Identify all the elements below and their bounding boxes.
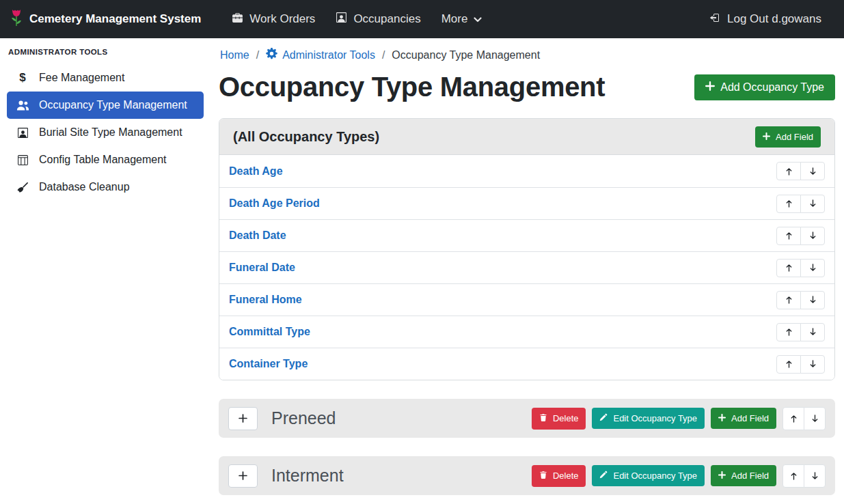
edit-occupancy-type-label: Edit Occupancy Type	[613, 471, 697, 481]
app-window: Cemetery Management System Work Orders O…	[0, 0, 844, 504]
nav-more-label: More	[441, 12, 468, 26]
burial-site-icon	[15, 127, 30, 139]
move-down-button[interactable]	[800, 355, 825, 374]
move-down-button[interactable]	[800, 323, 825, 341]
field-row: Container Type	[219, 348, 834, 380]
field-link-committal-type[interactable]: Committal Type	[229, 326, 310, 338]
person-frame-icon	[336, 12, 347, 27]
add-field-button[interactable]: Add Field	[755, 126, 821, 148]
move-up-button[interactable]	[776, 162, 801, 180]
plus-icon	[718, 471, 726, 481]
delete-label: Delete	[553, 413, 579, 423]
plus-icon	[705, 81, 715, 94]
sidebar-item-fee-management[interactable]: $ Fee Management	[7, 64, 204, 92]
field-row: Funeral Date	[219, 251, 834, 283]
broom-icon	[15, 182, 30, 193]
add-field-button[interactable]: Add Field	[711, 465, 776, 486]
reorder-button-group	[776, 195, 825, 213]
breadcrumb-admin-tools-link[interactable]: Administrator Tools	[266, 48, 375, 62]
nav-occupancies-label: Occupancies	[353, 12, 420, 26]
delete-button[interactable]: Delete	[532, 465, 586, 487]
logout-icon	[709, 12, 721, 27]
field-link-death-date[interactable]: Death Date	[229, 229, 286, 242]
field-link-death-age-period[interactable]: Death Age Period	[229, 197, 320, 210]
move-up-button[interactable]	[776, 355, 801, 374]
move-down-button[interactable]	[800, 195, 825, 213]
move-up-button[interactable]	[782, 407, 804, 430]
chevron-down-icon	[474, 12, 482, 26]
sidebar: ADMINISTRATOR TOOLS $ Fee Management Occ…	[0, 38, 210, 504]
field-row: Committal Type	[219, 316, 834, 348]
field-link-funeral-date[interactable]: Funeral Date	[229, 262, 295, 274]
nav-occupancies[interactable]: Occupancies	[325, 0, 431, 38]
breadcrumb-separator: /	[382, 49, 385, 61]
sidebar-heading: ADMINISTRATOR TOOLS	[0, 42, 210, 64]
pencil-icon	[599, 413, 608, 423]
reorder-button-group	[782, 464, 826, 488]
add-field-label: Add Field	[731, 471, 769, 481]
sidebar-item-label: Database Cleanup	[39, 181, 130, 193]
expand-button[interactable]	[228, 464, 258, 488]
sidebar-item-label: Occupancy Type Management	[39, 99, 187, 111]
breadcrumb-current: Occupancy Type Management	[392, 49, 540, 61]
logout-button[interactable]: Log Out d.gowans	[698, 0, 832, 38]
card-title: (All Occupancy Types)	[233, 129, 379, 145]
move-up-button[interactable]	[776, 291, 801, 309]
app-title: Cemetery Management System	[29, 12, 201, 26]
reorder-button-group	[776, 355, 825, 374]
sidebar-item-database-cleanup[interactable]: Database Cleanup	[7, 173, 204, 201]
expand-button[interactable]	[228, 407, 258, 430]
table-icon	[15, 154, 30, 166]
move-up-button[interactable]	[776, 195, 801, 213]
sidebar-item-label: Burial Site Type Management	[39, 126, 182, 139]
breadcrumb-separator: /	[256, 49, 259, 61]
all-occupancy-types-card: (All Occupancy Types) Add Field Death Ag…	[219, 118, 835, 380]
move-down-button[interactable]	[800, 291, 825, 309]
nav-work-orders[interactable]: Work Orders	[221, 0, 325, 38]
field-link-container-type[interactable]: Container Type	[229, 358, 308, 370]
occupancy-type-section-interment: Interment Delete Edit Occupancy Type Add…	[219, 456, 835, 495]
nav-more[interactable]: More	[431, 0, 493, 38]
edit-occupancy-type-button[interactable]: Edit Occupancy Type	[592, 465, 705, 486]
plus-icon	[763, 132, 770, 142]
move-up-button[interactable]	[782, 464, 804, 488]
sidebar-item-occupancy-type-management[interactable]: Occupancy Type Management	[7, 92, 204, 119]
field-row: Death Age	[219, 155, 834, 187]
delete-button[interactable]: Delete	[532, 408, 586, 430]
breadcrumb-home-link[interactable]: Home	[220, 49, 249, 61]
app-brand-link[interactable]: Cemetery Management System	[10, 8, 201, 31]
field-link-funeral-home[interactable]: Funeral Home	[229, 294, 302, 306]
add-occupancy-type-button[interactable]: Add Occupancy Type	[694, 74, 835, 100]
logout-label: Log Out d.gowans	[727, 12, 821, 26]
sidebar-item-config-table-management[interactable]: Config Table Management	[7, 146, 204, 173]
move-down-button[interactable]	[804, 464, 826, 488]
title-row: Occupancy Type Management Add Occupancy …	[219, 72, 835, 102]
sidebar-item-label: Fee Management	[39, 72, 124, 84]
add-field-label: Add Field	[731, 413, 769, 423]
move-down-button[interactable]	[800, 227, 825, 245]
move-up-button[interactable]	[776, 227, 801, 245]
edit-occupancy-type-button[interactable]: Edit Occupancy Type	[592, 408, 705, 429]
move-down-button[interactable]	[804, 407, 826, 430]
add-field-label: Add Field	[776, 132, 813, 142]
section-title: Preneed	[271, 408, 336, 428]
field-row: Death Date	[219, 219, 834, 251]
breadcrumb-admin-tools-label: Administrator Tools	[282, 49, 375, 61]
section-title: Interment	[271, 466, 344, 486]
sidebar-item-label: Config Table Management	[39, 154, 167, 166]
sidebar-item-burial-site-type-management[interactable]: Burial Site Type Management	[7, 119, 204, 146]
move-up-button[interactable]	[776, 323, 801, 341]
edit-occupancy-type-label: Edit Occupancy Type	[613, 413, 697, 423]
card-header: (All Occupancy Types) Add Field	[219, 119, 834, 155]
main-content: Home / Administrator Tools / Occupancy T…	[210, 38, 844, 504]
move-down-button[interactable]	[800, 259, 825, 277]
plus-icon	[718, 413, 726, 423]
add-field-button[interactable]: Add Field	[711, 408, 776, 429]
field-row: Funeral Home	[219, 283, 834, 316]
move-up-button[interactable]	[776, 259, 801, 277]
toolbox-icon	[232, 12, 243, 27]
users-icon	[15, 100, 30, 111]
move-down-button[interactable]	[800, 162, 825, 180]
add-occupancy-type-label: Add Occupancy Type	[720, 81, 824, 94]
field-link-death-age[interactable]: Death Age	[229, 165, 283, 178]
